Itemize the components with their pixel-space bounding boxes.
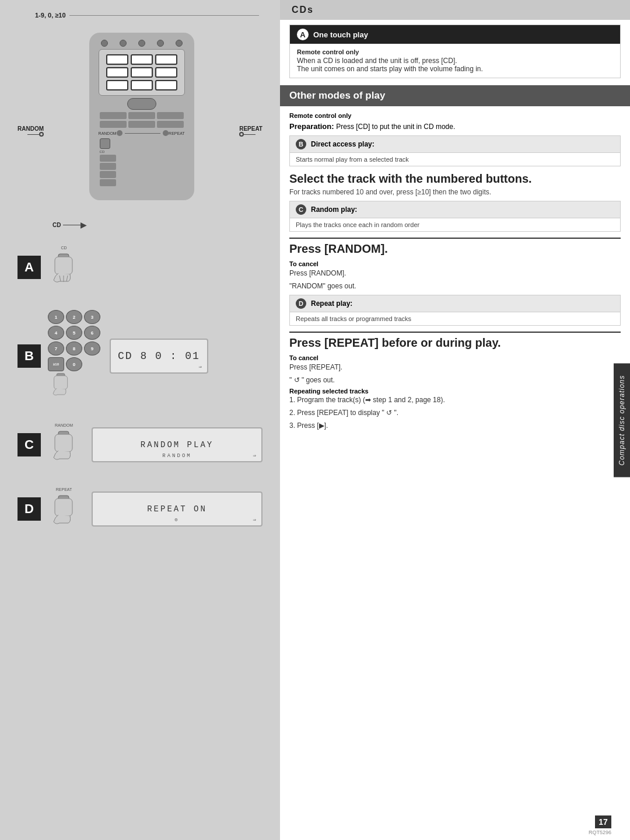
page-number: 17 xyxy=(595,815,611,828)
press-random-block: Press [RANDOM]. To cancel Press [RANDOM]… xyxy=(289,238,621,291)
section-d-box-header: D Repeat play: xyxy=(290,295,620,312)
remote-control-only-other: Remote control only xyxy=(289,112,351,119)
svg-rect-10 xyxy=(55,499,72,516)
section-d-body: Repeats all tracks or programmed tracks xyxy=(290,312,620,325)
label-19: 1-9, 0, ≥10 xyxy=(35,12,66,19)
section-a-block: A CD xyxy=(18,246,262,289)
label-random: RANDOM xyxy=(18,126,44,132)
lcd-display-c: RANDOM PLAY RANDOM ⇒ xyxy=(92,427,262,462)
repeating-step1: 1. Program the track(s) (➡ step 1 and 2,… xyxy=(289,395,621,405)
rqt-code: RQT5296 xyxy=(589,829,611,835)
to-cancel-random-1: Press [RANDOM]. xyxy=(289,268,621,278)
press-random-heading: Press [RANDOM]. xyxy=(289,238,621,256)
section-c-box-header: C Random play: xyxy=(290,201,620,218)
section-a-title: One touch play xyxy=(313,30,368,39)
select-track-block: Select the track with the numbered butto… xyxy=(289,172,621,196)
remote-control-only-a: Remote control only xyxy=(297,48,613,55)
lcd-display-b: CD 8 0 : 01 ⇒ xyxy=(110,339,208,374)
section-a-letter: A xyxy=(18,256,41,279)
section-b-block: B 1 2 3 4 5 6 7 8 9 ≥10 0 xyxy=(18,310,262,402)
press-repeat-heading: Press [REPEAT] before or during play. xyxy=(289,332,621,350)
press-repeat-cancel: To cancel Press [REPEAT]. " ↺ " goes out… xyxy=(289,353,621,431)
badge-a: A xyxy=(297,29,309,40)
badge-c: C xyxy=(296,204,306,215)
section-c-box: C Random play: Plays the tracks once eac… xyxy=(289,201,621,232)
preparation-text: Press [CD] to put the unit in CD mode. xyxy=(336,123,455,131)
badge-b: B xyxy=(296,139,306,149)
cds-header: CDs xyxy=(280,0,630,20)
section-b-body: Starts normal play from a selected track xyxy=(290,153,620,166)
section-a-line1: When a CD is loaded and the unit is off,… xyxy=(297,57,613,65)
repeating-step2: 2. Press [REPEAT] to display " ↺ ". xyxy=(289,407,621,418)
press-random-cancel: To cancel Press [RANDOM]. "RANDOM" goes … xyxy=(289,259,621,291)
hand-icon-c xyxy=(48,428,80,466)
badge-d: D xyxy=(296,298,306,309)
section-a-box: A One touch play Remote control only Whe… xyxy=(289,25,621,78)
section-b-letter: B xyxy=(18,344,41,368)
vertical-label: Compact disc operations xyxy=(618,375,626,465)
section-c-block: C RANDOM RANDOM PLAY RANDOM ⇒ xyxy=(18,423,262,466)
repeating-step3: 3. Press [▶]. xyxy=(289,420,621,431)
hand-icon-d xyxy=(48,493,80,531)
to-cancel-random-2: "RANDOM" goes out. xyxy=(289,281,621,291)
lcd-display-d: REPEAT ON ⊙ ⇒ xyxy=(92,492,262,527)
label-repeat: REPEAT xyxy=(239,126,262,132)
select-track-heading: Select the track with the numbered butto… xyxy=(289,172,621,186)
section-a-body: Remote control only When a CD is loaded … xyxy=(290,44,620,78)
label-cd: CD xyxy=(52,222,61,228)
section-d-box: D Repeat play: Repeats all tracks or pro… xyxy=(289,295,621,326)
remote-control-image: RANDOM REPEAT CD xyxy=(89,33,194,200)
section-a-sublabel: CD xyxy=(61,246,66,250)
section-a-line2: The unit comes on and starts play with t… xyxy=(297,65,613,73)
left-panel: 1-9, 0, ≥10 RANDOM xyxy=(0,0,280,840)
svg-rect-1 xyxy=(55,257,72,274)
hand-icon-a xyxy=(48,251,80,289)
section-d-block: D REPEAT REPEAT ON ⊙ ⇒ xyxy=(18,487,262,531)
to-cancel-random-label: To cancel xyxy=(289,260,318,267)
to-cancel-repeat-1: Press [REPEAT]. xyxy=(289,362,621,372)
section-d-sublabel: REPEAT xyxy=(56,487,72,492)
section-c-title: Random play: xyxy=(311,205,357,214)
numpad: 1 2 3 4 5 6 7 8 9 ≥10 0 xyxy=(48,310,100,371)
to-cancel-repeat-label: To cancel xyxy=(289,354,318,361)
section-b-box-header: B Direct access play: xyxy=(290,136,620,153)
hand-icon-b xyxy=(48,371,74,400)
other-modes-header: Other modes of play xyxy=(280,85,630,106)
section-c-letter: C xyxy=(18,433,41,456)
vertical-label-container: Compact disc operations xyxy=(614,363,630,477)
section-c-body: Plays the tracks once each in random ord… xyxy=(290,218,620,231)
select-track-subtext: For tracks numbered 10 and over, press [… xyxy=(289,188,621,196)
svg-rect-8 xyxy=(55,434,72,452)
section-d-letter: D xyxy=(18,497,41,521)
section-b-box: B Direct access play: Starts normal play… xyxy=(289,135,621,166)
press-repeat-block: Press [REPEAT] before or during play. To… xyxy=(289,332,621,431)
right-panel: CDs A One touch play Remote control only… xyxy=(280,0,630,840)
to-cancel-repeat-2: " ↺ " goes out. xyxy=(289,375,621,385)
section-d-title: Repeat play: xyxy=(311,299,352,308)
right-content: Remote control only Preparation: Press [… xyxy=(280,106,630,434)
section-b-title: Direct access play: xyxy=(311,140,374,148)
repeating-label: Repeating selected tracks xyxy=(289,388,621,395)
other-modes-body: Remote control only Preparation: Press [… xyxy=(289,111,621,131)
preparation-label: Preparation: xyxy=(289,122,334,131)
section-c-sublabel: RANDOM xyxy=(55,423,73,427)
svg-rect-6 xyxy=(54,376,68,389)
section-a-box-header: A One touch play xyxy=(290,25,620,44)
